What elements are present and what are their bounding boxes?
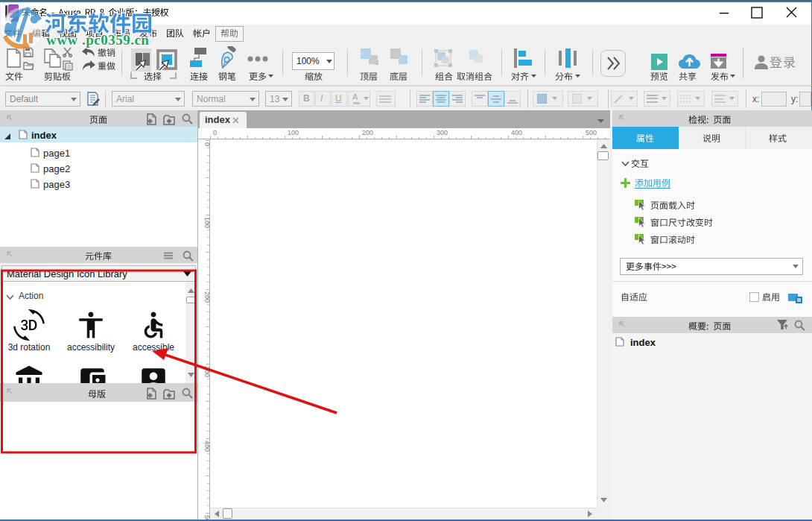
svg-text:500: 500 — [203, 515, 210, 520]
svg-text:200: 200 — [362, 129, 373, 136]
svg-text:100: 100 — [203, 217, 210, 228]
svg-text:RP: RP — [9, 12, 19, 19]
svg-text:0: 0 — [213, 129, 217, 136]
svg-text:0: 0 — [203, 142, 210, 146]
svg-text:300: 300 — [203, 366, 210, 377]
svg-text:400: 400 — [203, 441, 210, 452]
svg-text:200: 200 — [203, 291, 210, 303]
svg-text:300: 300 — [437, 129, 448, 136]
svg-text:400: 400 — [511, 129, 522, 136]
svg-text:500: 500 — [586, 129, 597, 136]
svg-text:100: 100 — [288, 129, 299, 136]
